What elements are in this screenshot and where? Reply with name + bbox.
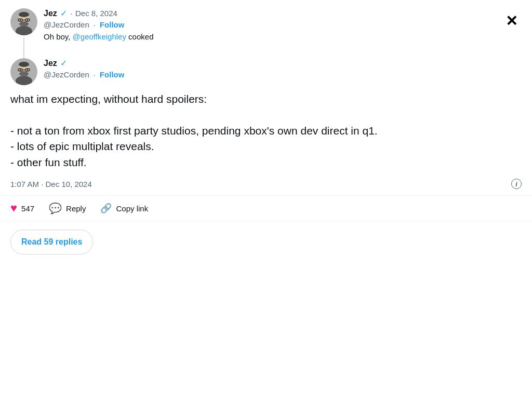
actions-row: ♥ 547 💬 Reply 🔗 Copy link [10,196,522,221]
info-icon[interactable]: i [511,179,522,189]
parent-mention[interactable]: @geoffkeighley [73,32,126,41]
parent-avatar[interactable] [10,8,37,35]
svg-point-19 [19,62,29,67]
main-tweet-header: Jez ✓ [44,58,522,68]
tweet-container: Jez ✓ · Dec 8, 2024 @JezCorden · Follow … [0,0,532,221]
parent-username-row: @JezCorden · Follow [44,20,522,29]
svg-point-7 [20,19,21,21]
parent-follow-button[interactable]: Follow [100,20,125,29]
parent-username: @JezCorden [44,20,89,29]
reply-label: Reply [66,204,86,213]
read-replies-button[interactable]: Read 59 replies [10,230,93,254]
like-action[interactable]: ♥ 547 [10,203,34,214]
main-tweet-body: Jez ✓ @JezCorden · Follow [44,58,522,85]
heart-icon: ♥ [10,203,17,214]
thread-line [23,37,24,58]
timestamp-row: 1:07 AM · Dec 10, 2024 i [10,179,522,189]
reply-icon: 💬 [49,202,62,214]
parent-tweet-text: Oh boy, @geoffkeighley cooked [44,31,522,43]
main-tweet-text: what im expecting, without hard spoilers… [10,91,522,170]
main-tweet: Jez ✓ @JezCorden · Follow [10,58,522,85]
main-avatar[interactable] [10,58,37,85]
svg-point-8 [27,19,29,21]
svg-point-9 [19,12,29,17]
main-verified-badge: ✓ [60,58,67,68]
svg-point-18 [27,69,29,71]
main-avatar-col [10,58,37,85]
x-logo: ✕ [506,12,517,30]
copy-link-label: Copy link [116,204,148,213]
main-display-name: Jez [44,59,57,68]
parent-tweet-header: Jez ✓ · Dec 8, 2024 [44,8,522,18]
svg-point-3 [19,21,29,26]
parent-tweet-content: Jez ✓ · Dec 8, 2024 @JezCorden · Follow … [44,8,522,58]
parent-tweet: Jez ✓ · Dec 8, 2024 @JezCorden · Follow … [10,8,522,58]
main-username: @JezCorden [44,70,89,79]
tweet-timestamp: 1:07 AM · Dec 10, 2024 [10,180,92,189]
parent-display-name: Jez [44,9,57,18]
main-username-row: @JezCorden · Follow [44,70,522,79]
parent-verified-badge: ✓ [60,8,67,18]
copy-link-action[interactable]: 🔗 Copy link [100,203,148,214]
parent-tweet-date: Dec 8, 2024 [75,9,117,18]
main-follow-button[interactable]: Follow [100,70,125,79]
parent-text-after: cooked [126,32,154,41]
parent-avatar-col [10,8,37,58]
svg-point-17 [20,69,21,71]
divider-bottom [0,221,532,221]
parent-text-before: Oh boy, [44,32,73,41]
like-count: 547 [21,204,34,213]
svg-point-13 [19,71,29,76]
copy-link-icon: 🔗 [100,203,112,214]
reply-action[interactable]: 💬 Reply [49,202,86,214]
